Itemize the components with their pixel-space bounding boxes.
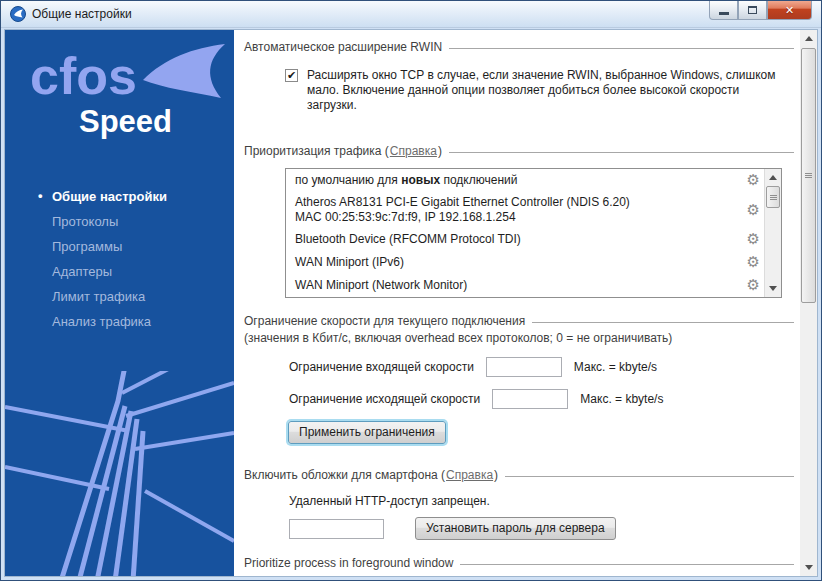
rx-limit-suffix: Макс. = kbyte/s <box>574 360 657 374</box>
tx-limit-input[interactable] <box>492 389 568 409</box>
paren: ( <box>385 144 389 158</box>
tx-limit-row: Ограничение исходящей скорости Макс. = k… <box>289 389 794 409</box>
window-controls: ✕ <box>709 1 812 20</box>
skins-help-link[interactable]: Справка <box>446 468 493 482</box>
list-item-default-connections[interactable]: по умолчанию для новых подключений ⚙ <box>286 169 764 192</box>
sidebar-item-label: Общие настройки <box>52 189 167 204</box>
logo-arrow-icon <box>143 44 225 102</box>
rwin-option-row: ✔ Расширять окно TCP в случае, если знач… <box>285 68 777 113</box>
sidebar-item-adapters[interactable]: Адаптеры <box>5 259 234 284</box>
window-body: cfos Speed • Общие настройки Протоколы П… <box>4 29 818 577</box>
main-scroll-thumb[interactable] <box>801 48 816 303</box>
sidebar-item-traffic-limit[interactable]: Лимит трафика <box>5 284 234 309</box>
list-item-text: WAN Miniport (IPv6) <box>295 255 404 270</box>
main-scrollbar[interactable] <box>800 30 817 576</box>
list-item-wan-netmon[interactable]: WAN Miniport (Network Monitor) ⚙ <box>286 274 764 297</box>
section-rule <box>449 152 794 153</box>
section-rule <box>460 564 794 565</box>
sidebar-decoration-rays <box>5 371 234 576</box>
list-item-text: Bluetooth Device (RFCOMM Protocol TDI) <box>295 232 521 247</box>
section-foreground: Prioritize process in foreground window <box>244 556 794 570</box>
section-limits: Ограничение скорости для текущего подклю… <box>244 314 794 328</box>
rwin-checkbox[interactable]: ✔ <box>285 69 298 82</box>
listbox-scroll-thumb[interactable] <box>766 186 780 208</box>
list-item-atheros[interactable]: Atheros AR8131 PCI-E Gigabit Ethernet Co… <box>286 192 764 228</box>
logo-speed-text: Speed <box>79 106 172 137</box>
tx-limit-label: Ограничение исходящей скорости <box>289 392 480 406</box>
gear-icon[interactable]: ⚙ <box>747 278 760 293</box>
limits-subtitle: (значения в Кбит/с, включая overhead все… <box>244 331 794 345</box>
section-priority: Приоритизация трафика (Справка) <box>244 144 794 158</box>
priority-help-link[interactable]: Справка <box>390 144 437 158</box>
apply-limits-button[interactable]: Применить ограничения <box>288 421 446 444</box>
sidebar-item-label: Программы <box>52 239 122 254</box>
section-rwin: Автоматическое расширение RWIN <box>244 40 794 54</box>
main-scroll-up-icon[interactable] <box>801 31 816 46</box>
sidebar-item-protocols[interactable]: Протоколы <box>5 209 234 234</box>
minimize-icon <box>719 12 729 15</box>
gear-icon[interactable]: ⚙ <box>747 173 760 188</box>
window-title: Общие настройки <box>32 7 132 21</box>
paren: ) <box>438 144 442 158</box>
gear-icon[interactable]: ⚙ <box>747 232 760 247</box>
set-server-password-button[interactable]: Установить пароль для сервера <box>415 517 616 540</box>
sidebar-menu: • Общие настройки Протоколы Программы Ад… <box>5 184 234 334</box>
rx-limit-row: Ограничение входящей скорости Макс. = kb… <box>289 357 794 377</box>
sidebar-item-programs[interactable]: Программы <box>5 234 234 259</box>
scroll-down-icon[interactable] <box>766 281 780 296</box>
logo-cfos-text: cfos <box>30 50 137 102</box>
gear-icon[interactable]: ⚙ <box>747 255 760 270</box>
paren: ( <box>441 468 445 482</box>
sidebar-item-label: Адаптеры <box>52 264 112 279</box>
section-foreground-title: Prioritize process in foreground window <box>244 556 453 570</box>
rx-limit-label: Ограничение входящей скорости <box>289 360 474 374</box>
checkmark-icon: ✔ <box>287 69 296 82</box>
list-item-text: Atheros AR8131 PCI-E Gigabit Ethernet Co… <box>295 195 630 225</box>
section-priority-title: Приоритизация трафика <box>244 144 381 158</box>
section-skins-title: Включить обложки для смартфона <box>244 468 438 482</box>
adapter-listbox: по умолчанию для новых подключений ⚙ Ath… <box>285 168 782 298</box>
rx-limit-input[interactable] <box>486 357 562 377</box>
app-window: Общие настройки ✕ cfos Speed • Общие нас… <box>0 0 822 581</box>
http-access-status: Удаленный HTTP-доступ запрещен. <box>289 494 794 508</box>
list-item-text: WAN Miniport (Network Monitor) <box>295 278 467 293</box>
paren: ) <box>494 468 498 482</box>
sidebar-item-traffic-analysis[interactable]: Анализ трафика <box>5 309 234 334</box>
tx-limit-suffix: Макс. = kbyte/s <box>580 392 663 406</box>
section-rule <box>532 322 794 323</box>
gear-icon[interactable]: ⚙ <box>747 203 760 218</box>
section-rule <box>449 48 794 49</box>
list-item-wan-ipv6[interactable]: WAN Miniport (IPv6) ⚙ <box>286 251 764 274</box>
minimize-button[interactable] <box>709 1 738 20</box>
server-password-input[interactable] <box>289 519 384 539</box>
main-scroll-down-icon[interactable] <box>801 560 816 575</box>
list-item-bluetooth[interactable]: Bluetooth Device (RFCOMM Protocol TDI) ⚙ <box>286 228 764 251</box>
titlebar: Общие настройки <box>1 1 821 28</box>
list-item-text: по умолчанию для новых подключений <box>295 173 517 188</box>
sidebar: cfos Speed • Общие настройки Протоколы П… <box>5 30 234 576</box>
settings-panel: Автоматическое расширение RWIN ✔ Расширя… <box>234 30 800 576</box>
sidebar-item-label: Анализ трафика <box>52 314 151 329</box>
close-icon: ✕ <box>785 4 794 17</box>
maximize-button[interactable] <box>738 1 767 20</box>
section-rwin-title: Автоматическое расширение RWIN <box>244 40 442 54</box>
section-skins: Включить обложки для смартфона (Справка) <box>244 468 794 482</box>
server-password-row: Установить пароль для сервера <box>289 517 794 540</box>
section-rule <box>505 476 794 477</box>
sidebar-item-general-settings[interactable]: • Общие настройки <box>5 184 234 209</box>
close-button[interactable]: ✕ <box>767 1 812 20</box>
sidebar-item-label: Лимит трафика <box>52 289 145 304</box>
listbox-scrollbar[interactable] <box>764 169 781 297</box>
cfosspeed-logo: cfos Speed <box>5 30 234 158</box>
section-limits-title: Ограничение скорости для текущего подклю… <box>244 314 525 328</box>
sidebar-item-label: Протоколы <box>52 214 118 229</box>
maximize-icon <box>748 6 757 14</box>
active-bullet-icon: • <box>38 188 43 203</box>
adapter-list: по умолчанию для новых подключений ⚙ Ath… <box>286 169 764 297</box>
scroll-up-icon[interactable] <box>766 170 780 185</box>
rwin-checkbox-label[interactable]: Расширять окно TCP в случае, если значен… <box>307 68 777 113</box>
app-icon <box>10 6 26 22</box>
